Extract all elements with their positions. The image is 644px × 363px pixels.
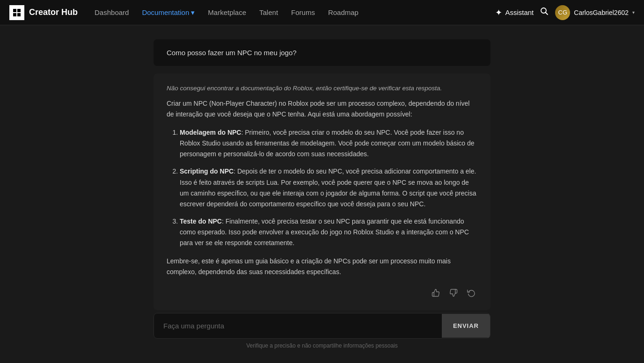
logo-text: Creator Hub: [29, 7, 78, 17]
send-button[interactable]: ENVIAR: [442, 314, 490, 338]
avatar: CG: [555, 5, 570, 20]
username: CarlosGabriel2602: [574, 9, 629, 16]
feedback-row: [167, 287, 477, 299]
question-box: Como posso fazer um NPC no meu jogo?: [154, 39, 490, 66]
disclaimer-text: Verifique a precisão e não compartilhe i…: [246, 342, 398, 349]
answer-box: Não consegui encontrar a documentação do…: [154, 73, 490, 310]
list-item: Scripting do NPC: Depois de ter o modelo…: [180, 166, 477, 209]
warning-text: Não consegui encontrar a documentação do…: [167, 85, 477, 92]
input-bar: ENVIAR: [154, 313, 490, 339]
dropdown-arrow-icon: ▾: [632, 10, 635, 15]
nav-forums[interactable]: Forums: [285, 6, 321, 19]
ask-input[interactable]: [154, 313, 442, 338]
search-button[interactable]: [540, 7, 549, 18]
assistant-button[interactable]: ✦ Assistant: [495, 7, 534, 18]
svg-line-5: [546, 13, 548, 15]
step-2-title: Scripting do NPC: [180, 167, 234, 175]
logo-icon: [9, 5, 24, 20]
user-menu[interactable]: CG CarlosGabriel2602 ▾: [555, 5, 635, 20]
thumbs-down-button[interactable]: [447, 287, 460, 299]
step-3-text: : Finalmente, você precisa testar o seu …: [180, 218, 469, 247]
intro-text: Criar um NPC (Non-Player Character) no R…: [167, 98, 477, 120]
list-item: Teste do NPC: Finalmente, você precisa t…: [180, 216, 477, 248]
main-content: Como posso fazer um NPC no meu jogo? Não…: [0, 25, 644, 363]
input-section: ENVIAR Verifique a precisão e não compar…: [154, 313, 490, 349]
closing-text: Lembre-se, este é apenas um guia básico …: [167, 256, 477, 277]
thumbs-up-button[interactable]: [430, 287, 442, 299]
svg-rect-2: [13, 13, 16, 16]
question-text: Como posso fazer um NPC no meu jogo?: [167, 49, 297, 57]
nav-right: ✦ Assistant CG CarlosGabriel2602 ▾: [495, 5, 635, 20]
step-1-title: Modelagem do NPC: [180, 129, 241, 136]
sparkle-icon: ✦: [495, 7, 502, 18]
chevron-down-icon: ▾: [191, 8, 195, 17]
list-item: Modelagem do NPC: Primeiro, você precisa…: [180, 127, 477, 160]
step-3-title: Teste do NPC: [180, 218, 222, 225]
svg-rect-3: [17, 13, 21, 16]
nav-talent[interactable]: Talent: [254, 6, 284, 19]
nav-marketplace[interactable]: Marketplace: [202, 6, 252, 19]
nav-roadmap[interactable]: Roadmap: [322, 6, 364, 19]
logo[interactable]: Creator Hub: [9, 5, 78, 20]
refresh-button[interactable]: [465, 287, 477, 299]
nav-dashboard[interactable]: Dashboard: [89, 6, 134, 19]
answer-list: Modelagem do NPC: Primeiro, você precisa…: [167, 127, 477, 248]
svg-rect-0: [13, 9, 16, 12]
nav-documentation[interactable]: Documentation ▾: [136, 6, 200, 20]
nav-links: Dashboard Documentation ▾ Marketplace Ta…: [89, 6, 491, 20]
navbar: Creator Hub Dashboard Documentation ▾ Ma…: [0, 0, 644, 25]
svg-rect-1: [17, 9, 21, 12]
